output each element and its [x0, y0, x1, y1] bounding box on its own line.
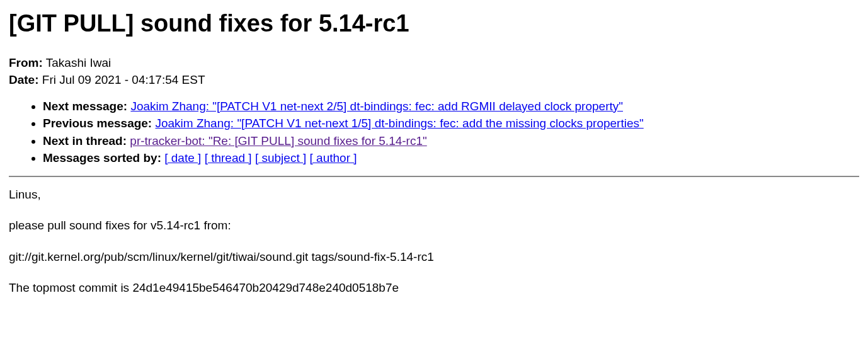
- body-intro: please pull sound fixes for v5.14-rc1 fr…: [9, 217, 859, 234]
- from-line: From: Takashi Iwai: [9, 54, 859, 72]
- sorted-by-item: Messages sorted by: [ date ] [ thread ] …: [43, 149, 859, 167]
- from-label: From:: [9, 56, 43, 69]
- sorted-by-label: Messages sorted by:: [43, 151, 161, 164]
- divider: [9, 176, 859, 177]
- page-title: [GIT PULL] sound fixes for 5.14-rc1: [9, 9, 859, 39]
- body-salutation: Linus,: [9, 186, 859, 204]
- date-label: Date:: [9, 73, 39, 86]
- previous-message-link[interactable]: Joakim Zhang: "[PATCH V1 net-next 1/5] d…: [155, 117, 643, 130]
- next-in-thread-label: Next in thread:: [43, 134, 127, 147]
- next-in-thread-item: Next in thread: pr-tracker-bot: "Re: [GI…: [43, 132, 859, 150]
- next-message-item: Next message: Joakim Zhang: "[PATCH V1 n…: [43, 98, 859, 115]
- next-in-thread-link[interactable]: pr-tracker-bot: "Re: [GIT PULL] sound fi…: [130, 134, 426, 147]
- sort-author-link[interactable]: [ author ]: [310, 151, 357, 164]
- previous-message-item: Previous message: Joakim Zhang: "[PATCH …: [43, 115, 859, 132]
- date-line: Date: Fri Jul 09 2021 - 04:17:54 EST: [9, 71, 859, 89]
- body-commit: The topmost commit is 24d1e49415be546470…: [9, 279, 859, 297]
- previous-message-label: Previous message:: [43, 117, 152, 130]
- sort-subject-link[interactable]: [ subject ]: [255, 151, 306, 164]
- date-value: Fri Jul 09 2021 - 04:17:54 EST: [42, 73, 205, 86]
- sort-thread-link[interactable]: [ thread ]: [205, 151, 252, 164]
- next-message-label: Next message:: [43, 100, 127, 113]
- sort-date-link[interactable]: [ date ]: [164, 151, 201, 164]
- from-value: Takashi Iwai: [46, 56, 111, 69]
- next-message-link[interactable]: Joakim Zhang: "[PATCH V1 net-next 2/5] d…: [130, 100, 623, 113]
- nav-list: Next message: Joakim Zhang: "[PATCH V1 n…: [9, 98, 859, 167]
- body-git-url: git://git.kernel.org/pub/scm/linux/kerne…: [9, 248, 859, 266]
